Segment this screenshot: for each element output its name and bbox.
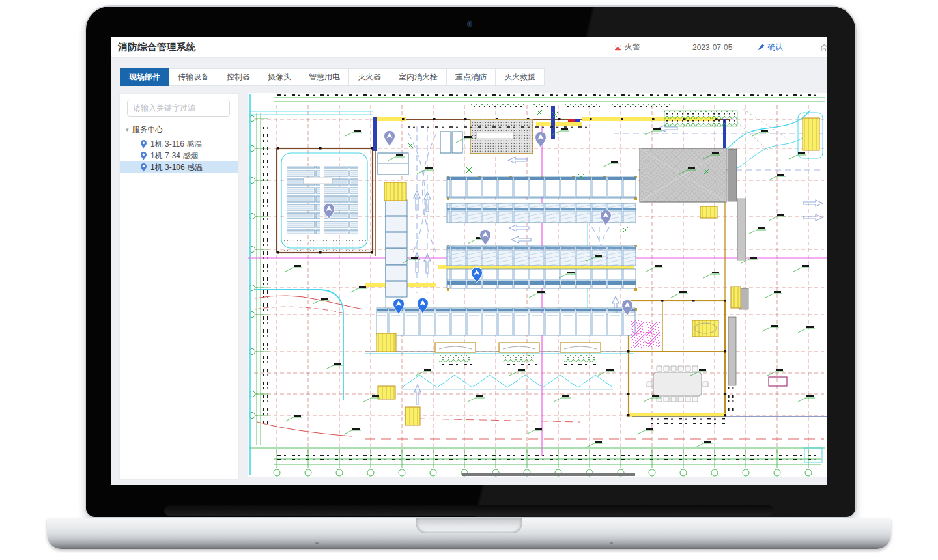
tree-root-label: 服务中心	[132, 124, 163, 135]
laptop-screen: 消防综合管理系统 火警 2023-07-05 确认 现场部件 传输设备 控制器 …	[111, 37, 827, 485]
building-icon	[819, 43, 827, 52]
tab-extinguisher[interactable]: 灭火器	[348, 68, 390, 86]
base-foot	[315, 542, 319, 544]
alarm-date: 2023-07-05	[692, 37, 732, 57]
tree-node-service-center[interactable]: ▾ 服务中心	[120, 121, 238, 138]
siren-icon	[614, 44, 622, 51]
tab-camera[interactable]: 摄像头	[259, 68, 300, 86]
tab-transmission-devices[interactable]: 传输设备	[169, 68, 218, 86]
confirm-button[interactable]: 确认	[758, 37, 783, 57]
base-notch	[416, 518, 522, 533]
tab-key-fire-protection[interactable]: 重点消防	[446, 68, 496, 86]
device-label: 1机 7-34 感烟	[150, 150, 198, 161]
base-foot	[610, 542, 613, 544]
floor-plan-canvas[interactable]	[248, 93, 827, 477]
tree-item-device-3[interactable]: 1机 3-106 感温	[120, 161, 238, 173]
tab-field-components[interactable]: 现场部件	[120, 68, 169, 86]
location-pin-icon	[140, 163, 147, 172]
floor-plan-panel	[248, 93, 827, 477]
laptop-hinge	[164, 505, 774, 516]
caret-down-icon: ▾	[126, 127, 129, 133]
tab-smart-power[interactable]: 智慧用电	[300, 68, 349, 86]
location-pin-icon	[140, 139, 147, 148]
fire-alarm-label: 火警	[625, 42, 640, 53]
tab-bar: 现场部件 传输设备 控制器 摄像头 智慧用电 灭火器 室内消火栓 重点消防 灭火…	[121, 68, 545, 86]
tab-controller[interactable]: 控制器	[218, 68, 259, 86]
device-label: 1机 3-106 感温	[150, 162, 203, 173]
webcam-icon	[467, 21, 472, 27]
device-label: 1机 3-116 感温	[150, 139, 202, 150]
app-title: 消防综合管理系统	[118, 37, 196, 57]
clipped-header-icon[interactable]	[819, 37, 827, 57]
fire-alarm-status[interactable]: 火警	[614, 37, 640, 57]
search-input[interactable]	[127, 100, 230, 117]
location-pin-icon	[140, 151, 147, 160]
confirm-label: 确认	[767, 42, 783, 53]
tree-item-device-2[interactable]: 1机 7-34 感烟	[120, 150, 238, 161]
pen-icon	[758, 44, 765, 51]
tab-fire-rescue[interactable]: 灭火救援	[495, 68, 545, 86]
app-header: 消防综合管理系统 火警 2023-07-05 确认	[111, 37, 827, 58]
device-tree-sidebar: ▾ 服务中心 1机 3-116 感温 1机 7-34 感烟 1机 3-106 感…	[119, 93, 239, 480]
tree-item-device-1[interactable]: 1机 3-116 感温	[120, 138, 238, 150]
tab-indoor-hydrant[interactable]: 室内消火栓	[390, 68, 447, 86]
